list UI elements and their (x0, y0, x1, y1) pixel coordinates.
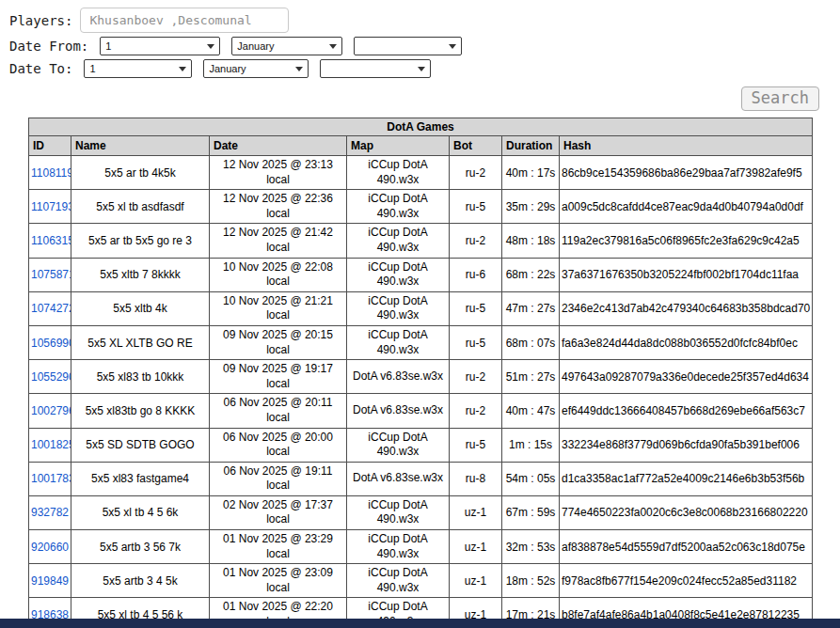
game-duration-cell: 54m : 05s (502, 462, 560, 495)
table-row: 10027965x5 xl83tb go 8 KKKK06 Nov 2025 @… (29, 394, 813, 428)
column-header-name: Name (71, 136, 210, 156)
game-id-cell: 1056990 (29, 325, 71, 359)
game-map-cell: iCCup DotA 490.w3x (347, 428, 450, 462)
column-header-id: ID (29, 136, 71, 156)
date-from-year-select[interactable] (354, 37, 462, 55)
game-hash-cell: a009c5dc8cafdd4ce87eac9da4d0b40794a0d0df (560, 190, 813, 224)
game-hash-cell: 774e4650223fa0020c6c3e8c0068b23166802220 (560, 495, 813, 529)
game-date-cell: 09 Nov 2025 @ 20:15 local (210, 325, 347, 359)
game-map-cell: iCCup DotA 490.w3x (347, 564, 450, 598)
column-header-duration: Duration (502, 136, 560, 156)
players-label: Players: (9, 13, 72, 28)
game-name-cell: 5x5 SD SDTB GOGO (71, 428, 210, 462)
date-from-year-wrap (354, 37, 462, 55)
table-row: 11063155x5 ar tb 5x5 go re 312 Nov 2025 … (29, 224, 813, 258)
filters-panel: Players: Date From: 1 January Date To: (0, 0, 840, 111)
players-input[interactable] (80, 8, 289, 33)
game-id-link[interactable]: 932782 (31, 506, 69, 519)
game-hash-cell: 497643a09287079a336e0decede25f357ed4d634 (560, 360, 813, 394)
game-id-cell: 932782 (29, 495, 71, 529)
date-from-day-select[interactable]: 1 (100, 37, 220, 55)
game-id-link[interactable]: 1001783 (31, 472, 71, 485)
game-id-cell: 919849 (29, 564, 71, 598)
game-bot-cell: ru-8 (450, 462, 502, 495)
game-id-link[interactable]: 1107193 (31, 200, 71, 213)
date-from-month-select[interactable]: January (231, 37, 342, 55)
game-id-link[interactable]: 1106315 (31, 234, 71, 247)
game-duration-cell: 67m : 59s (502, 495, 560, 529)
game-id-cell: 1074272 (29, 291, 71, 325)
game-bot-cell: uz-1 (450, 530, 502, 564)
game-id-cell: 1075871 (29, 258, 71, 291)
search-row: Search (9, 86, 819, 111)
game-name-cell: 5x5 artb 3 4 5k (71, 564, 210, 598)
column-header-date: Date (210, 136, 347, 156)
table-row: 9206605x5 artb 3 56 7k01 Nov 2025 @ 23:2… (29, 530, 813, 564)
game-map-cell: iCCup DotA 490.w3x (347, 530, 450, 564)
game-hash-cell: fa6a3e824d44da8dc088b036552d0fcfc84bf0ec (560, 325, 813, 359)
column-header-map: Map (347, 136, 450, 156)
game-id-link[interactable]: 1074272 (31, 302, 71, 315)
game-date-cell: 10 Nov 2025 @ 22:08 local (210, 258, 347, 291)
table-row: 11081195x5 ar tb 4k5k12 Nov 2025 @ 23:13… (29, 156, 813, 190)
game-bot-cell: ru-5 (450, 428, 502, 462)
game-bot-cell: uz-1 (450, 564, 502, 598)
table-row: 11071935x5 xl tb asdfasdf12 Nov 2025 @ 2… (29, 190, 813, 224)
date-to-year-wrap (320, 59, 431, 78)
game-map-cell: iCCup DotA 490.w3x (347, 325, 450, 359)
game-map-cell: iCCup DotA 490.w3x (347, 495, 450, 529)
game-id-link[interactable]: 1055290 (31, 370, 71, 384)
game-id-link[interactable]: 1001825 (31, 438, 71, 451)
game-hash-cell: 2346e2c413d7ab42c479340c64683b358bdcad70 (560, 291, 813, 325)
game-id-link[interactable]: 1002796 (31, 404, 71, 417)
table-row: 9327825x5 xl tb 4 5 6k02 Nov 2025 @ 17:3… (29, 495, 813, 529)
game-id-cell: 1001825 (29, 428, 71, 462)
game-duration-cell: 48m : 18s (502, 224, 560, 258)
date-to-day-select[interactable]: 1 (84, 59, 192, 78)
game-id-cell: 1106315 (29, 224, 71, 258)
players-row: Players: (9, 8, 819, 33)
game-hash-cell: 86cb9ce154359686ba86e29baa7af73982afe9f5 (560, 156, 813, 190)
table-title-row: DotA Games (29, 118, 813, 136)
search-button[interactable]: Search (741, 86, 819, 111)
game-name-cell: 5x5 xl83 fastgame4 (71, 462, 210, 495)
game-id-link[interactable]: 1108119 (31, 166, 71, 180)
game-date-cell: 12 Nov 2025 @ 21:42 local (210, 224, 347, 258)
game-duration-cell: 68m : 22s (502, 258, 560, 291)
game-map-cell: iCCup DotA 490.w3x (347, 291, 450, 325)
date-to-year-select[interactable] (320, 59, 431, 78)
game-hash-cell: 37a6371676350b3205224fbf002bf1704dc11faa (560, 258, 813, 291)
game-date-cell: 06 Nov 2025 @ 19:11 local (210, 462, 347, 495)
games-table-body: 11081195x5 ar tb 4k5k12 Nov 2025 @ 23:13… (29, 156, 813, 628)
game-id-cell: 1055290 (29, 360, 71, 394)
table-title: DotA Games (29, 118, 813, 136)
games-table: DotA Games ID Name Date Map Bot Duration… (28, 118, 813, 628)
game-id-link[interactable]: 1056990 (31, 337, 71, 350)
table-row: 10742725x5 xltb 4k10 Nov 2025 @ 21:21 lo… (29, 291, 813, 325)
game-name-cell: 5x5 xl83 tb 10kkk (71, 360, 210, 394)
game-name-cell: 5x5 xl tb 4 5 6k (71, 495, 210, 529)
game-bot-cell: ru-2 (450, 360, 502, 394)
date-from-month-wrap: January (231, 37, 342, 55)
game-id-link[interactable]: 1075871 (31, 268, 71, 281)
game-id-cell: 1107193 (29, 190, 71, 224)
date-from-label: Date From: (9, 39, 88, 54)
game-name-cell: 5x5 ar tb 5x5 go re 3 (71, 224, 210, 258)
game-name-cell: 5x5 XL XLTB GO RE (71, 325, 210, 359)
game-duration-cell: 40m : 17s (502, 156, 560, 190)
game-date-cell: 12 Nov 2025 @ 22:36 local (210, 190, 347, 224)
game-map-cell: iCCup DotA 490.w3x (347, 190, 450, 224)
date-to-row: Date To: 1 January (9, 59, 819, 78)
game-date-cell: 10 Nov 2025 @ 21:21 local (210, 291, 347, 325)
game-date-cell: 06 Nov 2025 @ 20:11 local (210, 394, 347, 428)
game-hash-cell: af838878e54d5559d7df5200aa52c063c18d075e (560, 530, 813, 564)
game-map-cell: iCCup DotA 490.w3x (347, 224, 450, 258)
game-duration-cell: 40m : 47s (502, 394, 560, 428)
date-to-month-select[interactable]: January (203, 59, 309, 78)
game-bot-cell: ru-2 (450, 394, 502, 428)
game-map-cell: iCCup DotA 490.w3x (347, 258, 450, 291)
game-duration-cell: 47m : 27s (502, 291, 560, 325)
game-id-link[interactable]: 919849 (31, 574, 69, 588)
game-id-link[interactable]: 920660 (31, 541, 69, 554)
game-id-cell: 920660 (29, 530, 71, 564)
